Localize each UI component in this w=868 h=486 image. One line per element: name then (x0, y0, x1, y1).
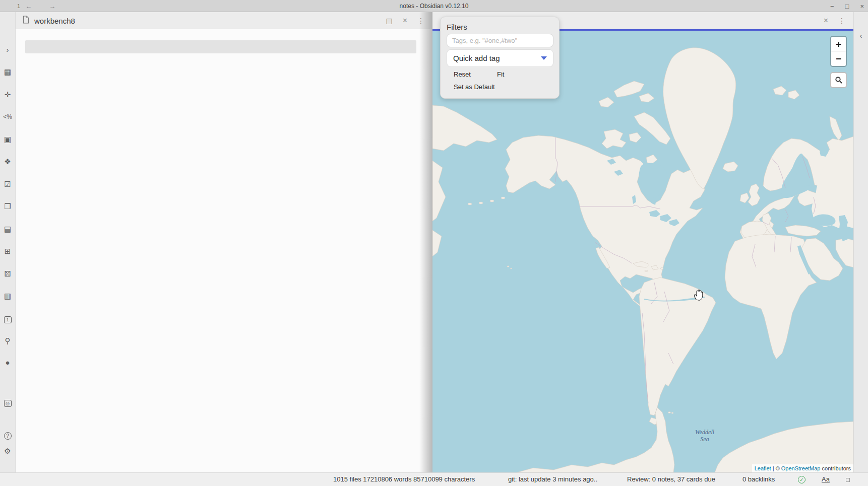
map-zoom-control: + − (830, 36, 847, 67)
collapse-right-sidebar-icon[interactable]: ‹ (854, 31, 868, 40)
zoom-in-button[interactable]: + (831, 37, 846, 51)
window-controls: − □ × (830, 0, 864, 12)
reset-button[interactable]: Reset (454, 71, 471, 78)
quick-add-tag-label: Quick add tag (453, 54, 500, 62)
pin-icon[interactable]: ⚲ (0, 335, 15, 347)
maximize-icon[interactable]: □ (845, 3, 849, 10)
chevron-down-icon (541, 56, 547, 60)
sync-check-icon[interactable]: ✓ (798, 476, 805, 483)
set-as-default-button[interactable]: Set as Default (454, 83, 495, 91)
hand-cursor (693, 289, 704, 303)
settings-gear-icon[interactable]: ⚙ (0, 445, 15, 457)
tab-title: workbench8 (34, 17, 75, 25)
map-search-button[interactable] (830, 72, 847, 88)
help-icon[interactable]: ? (0, 429, 15, 441)
slides-icon[interactable]: ▣ (0, 133, 15, 146)
expand-sidebar-icon[interactable]: › (0, 44, 15, 56)
file-stats: 1015 files 17210806 words 85710099 chara… (333, 473, 475, 486)
close-map-pane-icon[interactable]: × (824, 16, 828, 25)
table-settings-icon[interactable]: ▥ (0, 290, 15, 302)
globe-icon[interactable]: ● (0, 357, 15, 369)
git-status[interactable]: git: last update 3 minutes ago.. (508, 473, 597, 486)
status-bar: 1015 files 17210806 words 85710099 chara… (0, 472, 868, 486)
pan-move-icon[interactable]: ✛ (0, 89, 15, 101)
title-bar: 1 ← → notes - Obsidian v0.12.10 − □ × (0, 0, 868, 12)
file-icon (23, 16, 29, 26)
daily-note-icon[interactable]: 1 (0, 313, 15, 325)
reading-view-icon[interactable]: ▤ (386, 17, 392, 25)
filters-title: Filters (447, 23, 467, 31)
left-ribbon: › ▦ ✛ <% ▣ ❖ ☑ ❐ ▤ ⊞ ⚄ ▥ 1 ⚲ ● ◎ ? ⚙ (0, 12, 16, 472)
editor-content[interactable] (16, 29, 432, 472)
close-pane-icon[interactable]: × (403, 16, 407, 25)
sea-label: Weddell Sea (685, 429, 725, 443)
tags-filter-input[interactable] (447, 34, 553, 47)
empty-block[interactable] (25, 40, 416, 53)
mini-status-icon[interactable] (846, 478, 850, 482)
editor-pane: workbench8 ▤ × ⋮ (16, 12, 432, 472)
fit-button[interactable]: Fit (497, 71, 504, 78)
osm-link[interactable]: OpenStreetMap (781, 465, 821, 471)
review-status[interactable]: Review: 0 notes, 37 cards due (627, 473, 715, 486)
copy-document-icon[interactable]: ❐ (0, 200, 15, 213)
window-title: notes - Obsidian v0.12.10 (0, 0, 868, 12)
map-more-options-icon[interactable]: ⋮ (838, 17, 845, 25)
dice-icon[interactable]: ⚄ (0, 268, 15, 280)
leaflet-link[interactable]: Leaflet (755, 465, 771, 471)
graph-icon[interactable]: ❖ (0, 156, 15, 168)
close-window-icon[interactable]: × (860, 3, 864, 10)
minimize-icon[interactable]: − (830, 3, 834, 10)
recorder-icon[interactable]: ◎ (0, 396, 15, 408)
aa-toggle[interactable]: Aa (822, 473, 830, 486)
search-icon (835, 76, 843, 84)
filters-panel: Filters Quick add tag Reset Fit Set as D… (440, 17, 560, 99)
calendar-check-icon[interactable]: ☑ (0, 178, 15, 190)
blocks-grid-icon[interactable]: ⊞ (0, 245, 15, 257)
right-ribbon: ‹ (853, 12, 868, 472)
quick-add-tag-dropdown[interactable]: Quick add tag (447, 49, 553, 67)
map-attribution: Leaflet | © OpenStreetMap contributors (752, 464, 853, 472)
pane-divider-shadow[interactable] (419, 12, 432, 472)
backlinks-count[interactable]: 0 backlinks (742, 473, 775, 486)
zoom-out-button[interactable]: − (831, 51, 846, 66)
card-stack-icon[interactable]: ▤ (0, 223, 15, 235)
editor-pane-header: workbench8 ▤ × ⋮ (16, 12, 432, 29)
table-icon[interactable]: ▦ (0, 66, 15, 78)
templater-icon[interactable]: <% (0, 111, 15, 123)
